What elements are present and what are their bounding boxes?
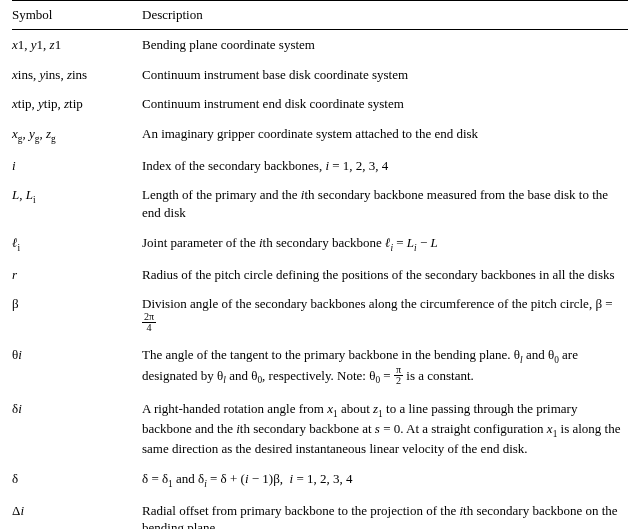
symbol-cell: δi — [12, 394, 142, 464]
table-row: xtip, ytip, ztipContinuum instrument end… — [12, 89, 628, 119]
table-row: βDivision angle of the secondary backbon… — [12, 289, 628, 340]
table-row: ΔiRadial offset from primary backbone to… — [12, 496, 628, 529]
symbol-cell: xg, yg, zg — [12, 119, 142, 151]
table-row: ℓiJoint parameter of the ith secondary b… — [12, 228, 628, 260]
table-header-row: Symbol Description — [12, 1, 628, 30]
description-cell: A right-handed rotation angle from x1 ab… — [142, 394, 628, 464]
description-cell: Continuum instrument end disk coordinate… — [142, 89, 628, 119]
description-cell: Length of the primary and the ith second… — [142, 180, 628, 227]
description-cell: An imaginary gripper coordinate system a… — [142, 119, 628, 151]
symbol-cell: θi — [12, 340, 142, 394]
description-cell: Index of the secondary backbones, i = 1,… — [142, 151, 628, 181]
symbol-cell: β — [12, 289, 142, 340]
description-cell: Radial offset from primary backbone to t… — [142, 496, 628, 529]
table-row: δδ = δ1 and δi = δ + (i − 1)β, i = 1, 2,… — [12, 464, 628, 496]
symbol-cell: δ — [12, 464, 142, 496]
symbol-cell: xins, yins, zins — [12, 60, 142, 90]
nomenclature-table: Symbol Description x1, y1, z1Bending pla… — [12, 0, 628, 529]
header-symbol: Symbol — [12, 1, 142, 30]
description-cell: δ = δ1 and δi = δ + (i − 1)β, i = 1, 2, … — [142, 464, 628, 496]
table-row: x1, y1, z1Bending plane coordinate syste… — [12, 30, 628, 60]
description-cell: Joint parameter of the ith secondary bac… — [142, 228, 628, 260]
table-row: rRadius of the pitch circle defining the… — [12, 260, 628, 290]
table-row: L, LiLength of the primary and the ith s… — [12, 180, 628, 227]
symbol-cell: ℓi — [12, 228, 142, 260]
symbol-cell: i — [12, 151, 142, 181]
symbol-cell: xtip, ytip, ztip — [12, 89, 142, 119]
table-row: δiA right-handed rotation angle from x1 … — [12, 394, 628, 464]
description-cell: Continuum instrument base disk coordinat… — [142, 60, 628, 90]
header-description: Description — [142, 1, 628, 30]
table-row: xg, yg, zgAn imaginary gripper coordinat… — [12, 119, 628, 151]
symbol-cell: r — [12, 260, 142, 290]
table-row: xins, yins, zinsContinuum instrument bas… — [12, 60, 628, 90]
table-row: iIndex of the secondary backbones, i = 1… — [12, 151, 628, 181]
symbol-cell: Δi — [12, 496, 142, 529]
table-row: θiThe angle of the tangent to the primar… — [12, 340, 628, 394]
symbol-cell: L, Li — [12, 180, 142, 227]
description-cell: Bending plane coordinate system — [142, 30, 628, 60]
description-cell: Radius of the pitch circle defining the … — [142, 260, 628, 290]
symbol-cell: x1, y1, z1 — [12, 30, 142, 60]
description-cell: Division angle of the secondary backbone… — [142, 289, 628, 340]
description-cell: The angle of the tangent to the primary … — [142, 340, 628, 394]
